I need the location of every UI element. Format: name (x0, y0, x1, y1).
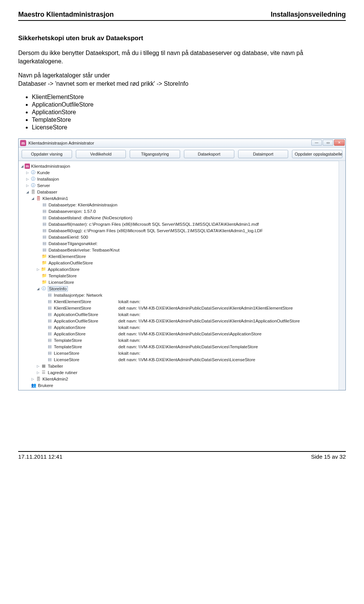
footer-left: 17.11.2011 12:41 (18, 453, 63, 460)
tree-prop-kv[interactable]: ▤ApplicationStorelokalt navn: (20, 324, 338, 330)
tree-prop[interactable]: ▤DatabaseBeskrivelse: Testbase/Knut (20, 247, 338, 253)
list-item: LicenseStore (32, 124, 346, 131)
property-icon: ▤ (47, 325, 53, 330)
tree-prop-kv[interactable]: ▤ApplicationOutfileStoredelt navn: \\VM-… (20, 318, 338, 324)
header-right: Installasjonsveiledning (271, 11, 346, 19)
tree-folder[interactable]: 📁ApplicationOutfileStore (20, 260, 338, 266)
storeinfo-key: LicenseStore (54, 351, 118, 355)
maximize-button[interactable]: ▭ (323, 140, 333, 146)
toolbar-button[interactable]: Vedlikehold (76, 150, 126, 158)
window-title: Klientadministrasjon Administrator (28, 141, 94, 145)
expander-icon[interactable]: ◢ (31, 197, 35, 200)
info-icon: ⓘ (30, 170, 36, 175)
expander-icon[interactable]: ▷ (36, 364, 40, 368)
expander-icon[interactable]: ▷ (36, 371, 40, 374)
property-icon: ▤ (47, 299, 53, 304)
expander-icon[interactable]: ◢ (20, 164, 24, 168)
tree-prop-kv[interactable]: ▤ApplicationOutfileStorelokalt navn: (20, 311, 338, 318)
tree-item-root[interactable]: ◢ m Klientadministrasjon (20, 163, 338, 169)
tree-prop[interactable]: ▤Databasetilstand: dbsNone (NoDescriptio… (20, 214, 338, 221)
tree-folder[interactable]: 📁LicenseStore (20, 279, 338, 285)
tree-item-db1[interactable]: ◢ 🗄 KlientAdmin1 (20, 195, 338, 201)
property-icon: ▤ (47, 305, 53, 311)
storeinfo-key: KlientElementStore (54, 299, 118, 304)
folder-icon: 📁 (41, 273, 47, 278)
toolbar-button[interactable]: Oppdater visning (22, 150, 72, 158)
tree-item[interactable]: ▷☰Lagrede rutiner (20, 369, 338, 376)
tree-prop-kv[interactable]: ▤ApplicationStoredelt navn: \\VM-KB-DXE\… (20, 330, 338, 337)
tree-folder[interactable]: ▷📁ApplicationStore (20, 266, 338, 272)
property-icon: ▤ (41, 228, 47, 233)
storeinfo-value: lokalt navn: (118, 338, 140, 343)
property-icon: ▤ (47, 331, 53, 337)
footer-right: Side 15 av 32 (311, 453, 346, 460)
paragraph-1: Dersom du ikke benytter Dataeksport, må … (18, 49, 346, 65)
property-icon: ▤ (41, 241, 47, 246)
expander-icon[interactable]: ◢ (36, 287, 40, 291)
tree-prop[interactable]: ▤Databaseversjon: 1.57.0 (20, 208, 338, 214)
tree-view[interactable]: ◢ m Klientadministrasjon ▷ ⓘ Kunde ▷ ⓘ I… (19, 161, 339, 390)
storeinfo-value: delt navn: \\VM-KB-DXE\KlientAdminPublic… (118, 344, 258, 349)
tree-prop-kv[interactable]: ▤TemplateStorelokalt navn: (20, 337, 338, 343)
tree-item[interactable]: ▷▦Tabeller (20, 363, 338, 369)
info-icon: ⓘ (41, 286, 47, 291)
titlebar[interactable]: m Klientadministrasjon Administrator — ▭… (19, 139, 345, 148)
toolbar-button[interactable]: Dataeksport (184, 150, 234, 158)
toolbar-button[interactable]: Tilgangsstyring (130, 150, 180, 158)
minimize-button[interactable]: — (311, 140, 322, 146)
tree-prop-kv[interactable]: ▤LicenseStorelokalt navn: (20, 350, 338, 356)
expander-icon[interactable]: ▷ (31, 377, 35, 381)
header-left: Maestro Klientadministrasjon (18, 11, 114, 19)
toolbar-button[interactable]: Oppdater oppslagstabeller (292, 150, 342, 158)
tree-item[interactable]: ▷ ⓘ Server (20, 182, 338, 189)
tree-item-brukere[interactable]: 👥Brukere (20, 382, 338, 389)
expander-icon[interactable]: ▷ (25, 184, 30, 187)
tree-prop-kv[interactable]: ▤KlientElementStoredelt navn: \\VM-KB-DX… (20, 305, 338, 311)
property-icon: ▤ (47, 357, 53, 362)
vertical-scrollbar[interactable] (339, 161, 345, 390)
section-title: Sikkerhetskopi uten bruk av Dataeksport (18, 35, 346, 42)
tree-prop[interactable]: ▤Databasetype: KlientAdministrasjon (20, 201, 338, 208)
expander-icon[interactable]: ▷ (25, 171, 30, 175)
list-item: TemplateStore (32, 116, 346, 123)
routines-icon: ☰ (41, 370, 47, 375)
tree-prop-kv[interactable]: ▤LicenseStoredelt navn: \\VM-KB-DXE\Klie… (20, 356, 338, 363)
tree-prop[interactable]: ▤DatabaseEierid: 500 (20, 234, 338, 240)
storeinfo-key: ApplicationStore (54, 332, 118, 336)
close-button[interactable]: ✕ (334, 140, 345, 146)
tree-item[interactable]: ▷ ⓘ Installasjon (20, 176, 338, 182)
property-icon: ▤ (47, 351, 53, 356)
expander-icon[interactable]: ▷ (25, 177, 30, 181)
tree-prop[interactable]: ▤Installasjontype: Network (20, 292, 338, 298)
storeinfo-value: lokalt navn: (118, 325, 140, 330)
expander-icon[interactable]: ◢ (25, 190, 30, 194)
toolbar-button[interactable]: Dataimport (238, 150, 289, 158)
tree-prop[interactable]: ▤Databasefil(logg): c:\Program Files (x8… (20, 227, 338, 234)
tree-prop-kv[interactable]: ▤KlientElementStorelokalt navn: (20, 298, 338, 305)
property-icon: ▤ (41, 222, 47, 227)
tree-item-db2[interactable]: ▷🗄KlientAdmin2 (20, 376, 338, 382)
tree-item-databaser[interactable]: ◢ 🗄 Databaser (20, 189, 338, 195)
storeinfo-key: ApplicationOutfileStore (54, 319, 118, 323)
property-icon: ▤ (47, 318, 53, 324)
app-window: m Klientadministrasjon Administrator — ▭… (18, 138, 346, 390)
tree-item-storeinfo[interactable]: ◢ ⓘ StoreInfo (20, 285, 338, 292)
tree-folder[interactable]: 📁TemplateStore (20, 272, 338, 279)
property-icon: ▤ (41, 215, 47, 220)
app-icon: m (20, 140, 26, 146)
list-item: ApplicationOutfileStore (32, 101, 346, 108)
app-node-icon: m (25, 164, 30, 169)
storeinfo-key: TemplateStore (54, 344, 118, 349)
tree-prop[interactable]: ▤Databasefil(master): c:\Program Files (… (20, 221, 338, 227)
folder-icon: 📁 (41, 260, 47, 266)
storeinfo-key: LicenseStore (54, 357, 118, 362)
database-red-icon: 🗄 (35, 196, 41, 201)
tree-prop-kv[interactable]: ▤TemplateStoredelt navn: \\VM-KB-DXE\Kli… (20, 343, 338, 350)
storeinfo-key: ApplicationStore (54, 325, 118, 330)
tree-folder[interactable]: 📁KlientElementStore (20, 253, 338, 260)
expander-icon[interactable]: ▷ (36, 267, 40, 271)
tree-item[interactable]: ▷ ⓘ Kunde (20, 169, 338, 176)
property-icon: ▤ (47, 293, 53, 298)
tree-prop[interactable]: ▤DatabaseTilgangsnøkkel: (20, 240, 338, 247)
list-item: KlientElementStore (32, 94, 346, 101)
